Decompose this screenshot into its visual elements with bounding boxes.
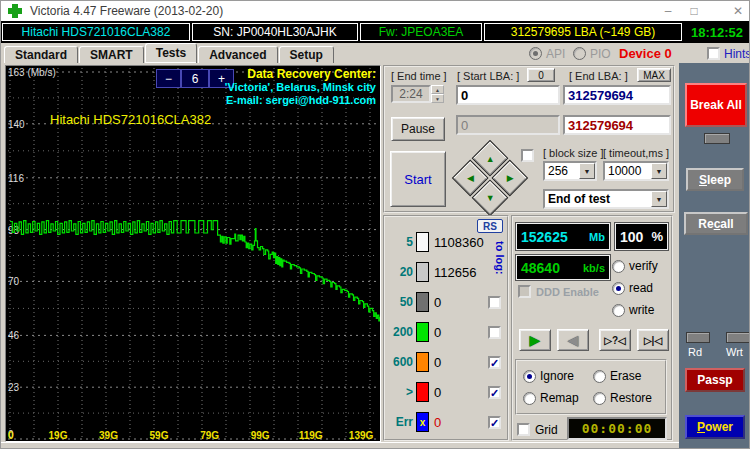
sleep-accel: S: [699, 173, 707, 187]
verify-radio[interactable]: [612, 260, 625, 273]
grid-checkbox[interactable]: [517, 423, 530, 436]
passp-button[interactable]: Passp: [685, 368, 745, 392]
stat-to-log-checkbox[interactable]: [488, 326, 501, 339]
back-button[interactable]: ◀: [557, 329, 589, 351]
stat-to-log-checkbox[interactable]: ✓: [488, 386, 501, 399]
recall-pre: Re: [698, 217, 713, 231]
start-lba-zero-button[interactable]: 0: [527, 68, 555, 82]
start-button[interactable]: Start: [390, 151, 446, 207]
side-panel: Break All Sleep Recall Rd Wrt Passp Powe…: [679, 63, 750, 449]
ignore-radio[interactable]: [523, 370, 536, 383]
close-icon[interactable]: ✕: [725, 4, 750, 18]
svg-text:70: 70: [8, 276, 20, 287]
zoom-out-button[interactable]: −: [156, 69, 181, 88]
stat-row-err: Errx0✓: [385, 407, 507, 437]
graph-zoom-control: − 6 +: [156, 69, 234, 88]
end-lba-input[interactable]: 312579694: [563, 85, 671, 105]
watermark-title: Data Recovery Center:: [225, 68, 376, 81]
play-icon: ▶: [530, 332, 541, 348]
pad-option-checkbox[interactable]: [521, 149, 534, 162]
mode-write[interactable]: write: [612, 303, 654, 317]
write-radio[interactable]: [612, 304, 625, 317]
stat-to-log-checkbox[interactable]: ✓: [488, 356, 501, 369]
break-all-button[interactable]: Break All: [685, 83, 747, 127]
to-end-button[interactable]: ▷|◁: [637, 329, 669, 351]
minimize-icon[interactable]: –: [655, 4, 681, 18]
read-radio[interactable]: [612, 282, 625, 295]
power-button[interactable]: Power: [685, 415, 745, 439]
stat-to-log-checkbox[interactable]: ✓: [488, 416, 501, 429]
monitor-group: 152625 Mb 100 % 48640 kb/s verify read w…: [511, 215, 673, 441]
end-lba-max-button[interactable]: MAX: [637, 68, 671, 82]
scan-question-button[interactable]: ▷?◁: [599, 329, 631, 351]
svg-text:99G: 99G: [251, 430, 270, 441]
maximize-icon[interactable]: □: [681, 4, 707, 18]
action-restore[interactable]: Restore: [593, 391, 652, 405]
stat-color-swatch: [416, 232, 429, 252]
tab-standard[interactable]: Standard: [4, 46, 78, 63]
action-remap[interactable]: Remap: [523, 391, 579, 405]
stat-to-log-checkbox[interactable]: [488, 296, 501, 309]
ddd-checkbox[interactable]: [518, 285, 531, 298]
tab-smart[interactable]: SMART: [79, 46, 144, 63]
scan-question-icon: ▷?◁: [604, 335, 626, 346]
down-arrow-icon: ▼: [486, 193, 495, 203]
stat-threshold-label: 50: [387, 295, 413, 309]
timeout-label: [ timeout,ms ]: [603, 147, 669, 159]
zoom-level: 6: [181, 69, 209, 88]
restore-radio[interactable]: [593, 392, 606, 405]
recall-button[interactable]: Recall: [684, 212, 748, 235]
tab-strip: StandardSMARTTestsAdvancedSetup: [4, 43, 335, 63]
svg-text:46: 46: [8, 330, 20, 341]
end-action-select[interactable]: End of test ▼: [543, 189, 669, 209]
pio-radio[interactable]: [573, 47, 586, 60]
stat-color-swatch: [416, 352, 429, 372]
action-ignore[interactable]: Ignore: [523, 369, 574, 383]
mode-verify[interactable]: verify: [612, 259, 658, 273]
clock: 18:12:52: [684, 23, 750, 41]
start-lba-input[interactable]: 0: [456, 85, 560, 105]
drive-info-bar: Hitachi HDS721016CLA382 SN: JP0040HL30AJ…: [1, 21, 750, 43]
svg-text:79G: 79G: [200, 430, 219, 441]
action-erase[interactable]: Erase: [593, 369, 641, 383]
timeout-select[interactable]: 10000 ▼: [603, 161, 669, 181]
svg-text:59G: 59G: [150, 430, 169, 441]
api-label: API: [546, 47, 565, 61]
sleep-button[interactable]: Sleep: [686, 168, 744, 191]
spin-up-icon[interactable]: ▲: [431, 85, 444, 94]
position-unit: Mb: [589, 231, 605, 243]
tab-tests[interactable]: Tests: [145, 43, 197, 63]
left-arrow-icon: ◀: [467, 173, 474, 183]
test-controls-group: [ End time ] 2:24 ▲ ▼ Pause Start [ Star…: [383, 65, 675, 213]
read-label: read: [629, 281, 653, 295]
stat-threshold-label: Err: [387, 415, 413, 429]
end-lba-label: [ End LBA: ]: [569, 70, 628, 82]
block-size-select[interactable]: 256 ▼: [543, 161, 597, 181]
block-stats-group: RS to log: 511083602011265650020006000✓>…: [383, 215, 509, 441]
chevron-down-icon[interactable]: ▼: [651, 191, 667, 207]
back-icon: ◀: [568, 332, 579, 348]
play-button[interactable]: ▶: [519, 329, 551, 351]
api-radio[interactable]: [529, 47, 542, 60]
remap-radio[interactable]: [523, 392, 536, 405]
stat-threshold-label: 20: [387, 265, 413, 279]
chevron-down-icon[interactable]: ▼: [579, 163, 595, 179]
spin-down-icon[interactable]: ▼: [431, 94, 444, 103]
app-icon: [8, 4, 22, 18]
end-time-value[interactable]: 2:24: [391, 85, 431, 103]
speed-lcd: 48640 kb/s: [516, 255, 610, 280]
erase-radio[interactable]: [593, 370, 606, 383]
mode-read[interactable]: read: [612, 281, 653, 295]
stat-count: 0: [434, 355, 441, 370]
pause-button[interactable]: Pause: [391, 117, 445, 141]
power-rest: ower: [705, 420, 733, 434]
window-title: Victoria 4.47 Freeware (2013-02-20): [30, 4, 223, 18]
stat-color-swatch: x: [416, 412, 429, 432]
drive-model: Hitachi HDS721016CLA382: [2, 23, 190, 41]
tab-setup[interactable]: Setup: [279, 46, 334, 63]
chevron-down-icon[interactable]: ▼: [651, 163, 667, 179]
stat-row-5: 51108360: [385, 227, 507, 257]
block-stats-rows: 511083602011265650020006000✓>0✓Errx0✓: [385, 227, 507, 437]
tab-advanced[interactable]: Advanced: [198, 46, 277, 63]
hints-checkbox[interactable]: [707, 47, 720, 60]
